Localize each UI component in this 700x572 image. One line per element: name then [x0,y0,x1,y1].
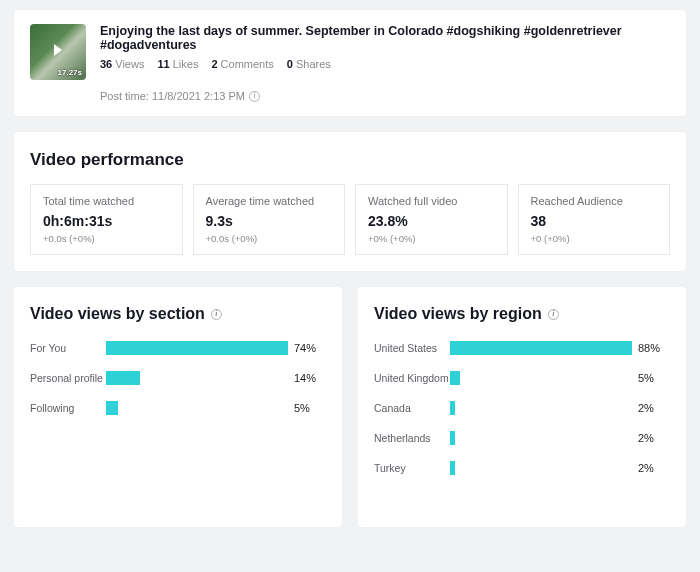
shares-label: Shares [296,58,331,70]
section-bar-pct: 5% [294,402,326,414]
metric-label: Watched full video [368,195,495,207]
video-duration: 17.27s [58,68,82,77]
section-bar-row: Following5% [30,401,326,415]
chart-title-text: Video views by section [30,305,205,323]
region-bar-bar [450,341,632,355]
region-bar-pct: 5% [638,372,670,384]
info-icon[interactable] [249,91,260,102]
region-bar-label: Turkey [374,462,450,474]
region-bar-row: Netherlands2% [374,431,670,445]
region-bar-bar-fill [450,461,455,475]
region-bar-row: United States88% [374,341,670,355]
video-meta: Enjoying the last days of summer. Septem… [100,24,670,102]
views-by-section-card: Video views by section For You74%Persona… [14,287,342,527]
section-bar-pct: 74% [294,342,326,354]
metric-reached-audience: Reached Audience 38 +0 (+0%) [518,184,671,255]
section-bar-label: Personal profile [30,372,106,384]
views-by-section-title: Video views by section [30,305,326,323]
region-bar-label: Canada [374,402,450,414]
region-bars: United States88%United Kingdom5%Canada2%… [374,341,670,475]
section-bar-bar-fill [106,371,140,385]
section-bar-pct: 14% [294,372,326,384]
region-bar-row: Turkey2% [374,461,670,475]
metric-change: +0.0s (+0%) [206,233,333,244]
metric-value: 9.3s [206,213,333,229]
likes-label: Likes [173,58,199,70]
region-bar-row: Canada2% [374,401,670,415]
region-bar-bar-fill [450,341,632,355]
performance-title: Video performance [30,150,670,170]
play-icon [54,44,62,56]
region-bar-label: United Kingdom [374,372,450,384]
region-bar-bar-fill [450,371,460,385]
section-bar-bar-fill [106,401,118,415]
video-thumbnail[interactable]: 17.27s [30,24,86,80]
region-bar-bar [450,461,632,475]
metric-change: +0.0s (+0%) [43,233,170,244]
region-bar-label: United States [374,342,450,354]
shares-count: 0 [287,58,293,70]
section-bar-label: Following [30,402,106,414]
video-header-card: 17.27s Enjoying the last days of summer.… [14,10,686,116]
region-bar-bar [450,431,632,445]
views-by-region-title: Video views by region [374,305,670,323]
section-bar-bar-fill [106,341,288,355]
metric-label: Average time watched [206,195,333,207]
post-time: Post time: 11/8/2021 2:13 PM [100,90,670,102]
metric-change: +0% (+0%) [368,233,495,244]
performance-card: Video performance Total time watched 0h:… [14,132,686,271]
metric-value: 0h:6m:31s [43,213,170,229]
post-time-text: Post time: 11/8/2021 2:13 PM [100,90,245,102]
region-bar-bar [450,371,632,385]
likes-count: 11 [157,58,169,70]
region-bar-label: Netherlands [374,432,450,444]
metric-label: Reached Audience [531,195,658,207]
region-bar-row: United Kingdom5% [374,371,670,385]
section-bar-row: For You74% [30,341,326,355]
info-icon[interactable] [548,309,559,320]
video-title: Enjoying the last days of summer. Septem… [100,24,670,52]
metric-value: 38 [531,213,658,229]
section-bar-row: Personal profile14% [30,371,326,385]
section-bar-bar [106,371,288,385]
views-by-region-card: Video views by region United States88%Un… [358,287,686,527]
comments-label: Comments [221,58,274,70]
metric-label: Total time watched [43,195,170,207]
views-count: 36 [100,58,112,70]
region-bar-bar [450,401,632,415]
charts-row: Video views by section For You74%Persona… [14,287,686,527]
region-bar-bar-fill [450,431,455,445]
info-icon[interactable] [211,309,222,320]
metric-change: +0 (+0%) [531,233,658,244]
section-bar-label: For You [30,342,106,354]
section-bars: For You74%Personal profile14%Following5% [30,341,326,415]
metric-avg-time: Average time watched 9.3s +0.0s (+0%) [193,184,346,255]
metric-watched-full: Watched full video 23.8% +0% (+0%) [355,184,508,255]
region-bar-bar-fill [450,401,455,415]
metric-row: Total time watched 0h:6m:31s +0.0s (+0%)… [30,184,670,255]
views-label: Views [115,58,144,70]
comments-count: 2 [211,58,217,70]
section-bar-bar [106,401,288,415]
chart-title-text: Video views by region [374,305,542,323]
region-bar-pct: 2% [638,402,670,414]
region-bar-pct: 2% [638,462,670,474]
region-bar-pct: 2% [638,432,670,444]
video-stats: 36Views 11Likes 2Comments 0Shares [100,58,670,70]
metric-total-time: Total time watched 0h:6m:31s +0.0s (+0%) [30,184,183,255]
metric-value: 23.8% [368,213,495,229]
region-bar-pct: 88% [638,342,670,354]
section-bar-bar [106,341,288,355]
